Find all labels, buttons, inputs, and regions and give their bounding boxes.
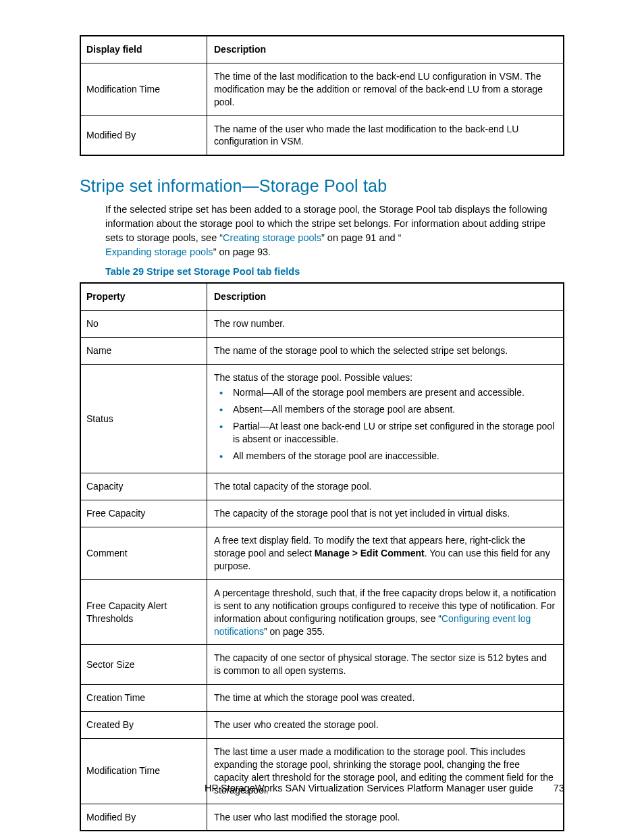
footer-title: HP StorageWorks SAN Virtualization Servi… [205,783,533,793]
header-description: Description [207,283,564,310]
table-row: Name The name of the storage pool to whi… [80,338,564,365]
table-caption: Table 29 Stripe set Storage Pool tab fie… [80,266,564,277]
cell-prop: Modification Time [80,739,207,804]
para-text: ” on page 91 and “ [321,232,402,243]
cell-desc: The time at which the storage pool was c… [207,685,564,712]
cell-prop: Free Capacity Alert Thresholds [80,579,207,645]
fcat-post: ” on page 355. [264,626,325,637]
list-item: Absent—All members of the storage pool a… [226,403,556,416]
cell-desc: The total capacity of the storage pool. [207,473,564,500]
header-property: Property [80,283,207,310]
cell-desc: The last time a user made a modification… [207,739,564,804]
table-row: Sector Size The capacity of one sector o… [80,645,564,685]
cell-desc: The row number. [207,311,564,338]
section-paragraph: If the selected stripe set has been adde… [80,203,564,259]
cell-desc: A percentage threshold, such that, if th… [207,579,564,645]
comment-bold: Manage > Edit Comment [315,548,425,558]
cell-desc: The capacity of one sector of physical s… [207,645,564,685]
link-expanding-storage-pools[interactable]: Expanding storage pools [105,246,213,257]
table-header-row: Property Description [80,283,564,310]
table-header-row: Display field Description [80,36,564,63]
table-row: Modified By The user who last modified t… [80,804,564,831]
table-row: Modification Time The time of the last m… [80,63,564,115]
table-row: Free Capacity The capacity of the storag… [80,500,564,527]
para-text: ” on page 93. [213,246,271,257]
cell-prop: Free Capacity [80,500,207,527]
cell-field: Modification Time [80,63,207,115]
table-row: Created By The user who created the stor… [80,712,564,739]
cell-prop: No [80,311,207,338]
cell-desc: The capacity of the storage pool that is… [207,500,564,527]
table-row: Modification Time The last time a user m… [80,739,564,804]
table-row: Status The status of the storage pool. P… [80,365,564,473]
cell-desc: The name of the storage pool to which th… [207,338,564,365]
link-creating-storage-pools[interactable]: Creating storage pools [223,232,321,243]
page-footer: HP StorageWorks SAN Virtualization Servi… [205,783,564,793]
cell-desc: A free text display field. To modify the… [207,527,564,580]
cell-prop: Modified By [80,804,207,831]
section-heading: Stripe set information—Storage Pool tab [80,176,564,196]
cell-prop: Creation Time [80,685,207,712]
cell-field: Modified By [80,115,207,155]
table-row: Capacity The total capacity of the stora… [80,473,564,500]
table-display-fields: Display field Description Modification T… [80,35,564,156]
header-display-field: Display field [80,36,207,63]
list-item: Partial—At least one back-end LU or stri… [226,420,556,446]
table-row: Modified By The name of the user who mad… [80,115,564,155]
cell-prop: Capacity [80,473,207,500]
list-item: All members of the storage pool are inac… [226,450,556,463]
cell-prop: Comment [80,527,207,580]
cell-desc: The name of the user who made the last m… [207,115,564,155]
cell-desc: The time of the last modification to the… [207,63,564,115]
table-row: Free Capacity Alert Thresholds A percent… [80,579,564,645]
table-row: No The row number. [80,311,564,338]
status-bullet-list: Normal—All of the storage pool members a… [214,386,556,462]
header-description: Description [207,36,564,63]
cell-prop: Name [80,338,207,365]
cell-desc: The user who created the storage pool. [207,712,564,739]
table-row: Creation Time The time at which the stor… [80,685,564,712]
table-row: Comment A free text display field. To mo… [80,527,564,580]
page-number: 73 [554,783,564,793]
cell-prop: Sector Size [80,645,207,685]
cell-prop: Created By [80,712,207,739]
cell-prop: Status [80,365,207,473]
list-item: Normal—All of the storage pool members a… [226,386,556,399]
cell-desc: The status of the storage pool. Possible… [207,365,564,473]
status-intro: The status of the storage pool. Possible… [214,372,412,383]
table-storage-pool-fields: Property Description No The row number. … [80,282,564,831]
cell-desc: The user who last modified the storage p… [207,804,564,831]
